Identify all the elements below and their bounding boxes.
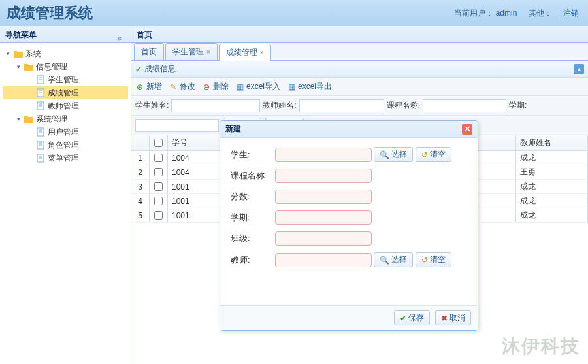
tree-label: 用户管理 xyxy=(48,127,79,138)
tab-home[interactable]: 首页 xyxy=(134,43,164,60)
field-label: 学生: xyxy=(231,149,275,161)
row-checkbox[interactable] xyxy=(154,154,163,162)
cell-rownum: 1 xyxy=(131,151,150,165)
btn-label: 修改 xyxy=(180,81,195,92)
btn-label: 选择 xyxy=(391,254,407,265)
term-input[interactable] xyxy=(135,119,219,132)
tab-label: 首页 xyxy=(141,47,157,56)
clear-teacher-button[interactable]: ↺清空 xyxy=(416,252,451,267)
search-icon: 🔍 xyxy=(380,256,389,265)
cell-teacher: 王勇 xyxy=(516,165,588,179)
col-id[interactable]: 学号 xyxy=(168,135,225,150)
cell-check[interactable] xyxy=(150,180,168,193)
cell-id: 1004 xyxy=(168,151,225,165)
col-check[interactable] xyxy=(150,135,168,150)
close-icon[interactable]: × xyxy=(260,49,264,56)
watermark: 沐伊科技 xyxy=(502,334,580,359)
close-icon[interactable]: × xyxy=(206,48,210,56)
cell-rownum: 5 xyxy=(131,208,150,222)
row-checkbox[interactable] xyxy=(154,168,163,176)
close-icon[interactable]: ✕ xyxy=(462,124,472,135)
filter-label: 课程名称: xyxy=(387,100,420,111)
nav-tree: ▾系统 ▾信息管理 学生管理 成绩管理 教师管理 ▾系统管理 用户管理 角色管理… xyxy=(0,43,131,169)
cell-check[interactable] xyxy=(150,151,168,165)
col-rownum xyxy=(131,135,150,150)
score-field[interactable] xyxy=(275,190,372,204)
course-name-input[interactable] xyxy=(423,99,506,112)
col-teacher[interactable]: 教师姓名 xyxy=(516,135,588,150)
select-student-button[interactable]: 🔍选择 xyxy=(374,147,413,162)
sidebar: 导航菜单 « ▾系统 ▾信息管理 学生管理 成绩管理 教师管理 ▾系统管理 用户… xyxy=(0,26,131,364)
folder-icon xyxy=(24,61,34,72)
clear-student-button[interactable]: ↺清空 xyxy=(416,147,451,162)
cell-rownum: 2 xyxy=(131,165,150,179)
page-icon xyxy=(35,88,46,98)
section-header: ✔ 成绩信息 ▴ xyxy=(131,61,588,78)
edit-button[interactable]: ✎修改 xyxy=(169,81,195,92)
field-label: 教师: xyxy=(231,254,275,266)
tree-node-teacher[interactable]: 教师管理 xyxy=(3,99,128,112)
cancel-button[interactable]: ✖取消 xyxy=(435,310,471,325)
select-teacher-button[interactable]: 🔍选择 xyxy=(374,252,413,267)
delete-button[interactable]: ⊖删除 xyxy=(202,81,229,92)
add-button[interactable]: ⊕新增 xyxy=(135,81,162,92)
tree-label: 成绩管理 xyxy=(48,88,79,99)
tree-node-info[interactable]: ▾信息管理 xyxy=(3,60,128,73)
tree-node-sys-mgmt[interactable]: ▾系统管理 xyxy=(3,112,128,125)
folder-icon xyxy=(13,48,24,59)
current-user-label: 当前用户： xyxy=(454,8,493,18)
teacher-name-input[interactable] xyxy=(299,99,384,112)
tree-node-role-mgmt[interactable]: 角色管理 xyxy=(3,139,128,152)
app-logo: 成绩管理系统 xyxy=(7,3,93,23)
tree-node-grade[interactable]: 成绩管理 xyxy=(3,86,128,99)
cell-id: 1004 xyxy=(168,165,225,179)
term-field[interactable] xyxy=(275,210,372,225)
tree-node-user-mgmt[interactable]: 用户管理 xyxy=(3,125,128,139)
collapse-icon[interactable]: « xyxy=(118,29,128,40)
folder-icon xyxy=(24,114,34,124)
page-icon xyxy=(35,140,46,150)
import-button[interactable]: ▦excel导入 xyxy=(235,81,280,92)
tab-student[interactable]: 学生管理× xyxy=(165,43,218,60)
cell-rownum: 3 xyxy=(131,180,150,193)
tab-strip: 首页 学生管理× 成绩管理× xyxy=(131,43,588,61)
tab-grade[interactable]: 成绩管理× xyxy=(219,44,271,61)
collapse-panel-icon[interactable]: ▴ xyxy=(574,64,584,74)
tree-node-student[interactable]: 学生管理 xyxy=(3,73,128,86)
teacher-field[interactable] xyxy=(275,253,372,267)
sidebar-title-text: 导航菜单 xyxy=(5,30,37,39)
course-field[interactable] xyxy=(275,169,372,183)
row-checkbox[interactable] xyxy=(154,197,163,205)
check-icon: ✔ xyxy=(400,314,406,323)
check-all[interactable] xyxy=(154,139,163,147)
tree-label: 系统 xyxy=(25,48,41,59)
row-checkbox[interactable] xyxy=(154,182,163,191)
row-checkbox[interactable] xyxy=(154,211,163,220)
tree-label: 角色管理 xyxy=(48,140,79,151)
cell-check[interactable] xyxy=(150,165,168,179)
dialog-title-bar[interactable]: 新建 ✕ xyxy=(220,121,478,138)
cell-check[interactable] xyxy=(150,208,168,222)
tab-label: 成绩管理 xyxy=(226,48,257,57)
other-label: 其他： xyxy=(529,8,552,18)
section-title: 成绩信息 xyxy=(144,63,176,74)
page-icon xyxy=(35,101,46,111)
tree-label: 学生管理 xyxy=(48,74,79,86)
btn-label: 删除 xyxy=(213,81,229,92)
tree-node-menu-mgmt[interactable]: 菜单管理 xyxy=(3,152,128,165)
user-link[interactable]: admin xyxy=(496,8,517,18)
student-field[interactable] xyxy=(275,148,372,162)
field-label: 课程名称 xyxy=(231,170,275,182)
btn-label: 保存 xyxy=(408,312,424,323)
tree-node-system[interactable]: ▾系统 xyxy=(3,47,128,60)
student-name-input[interactable] xyxy=(171,99,260,112)
cell-check[interactable] xyxy=(150,194,168,208)
plus-icon: ⊕ xyxy=(135,82,144,91)
save-button[interactable]: ✔保存 xyxy=(394,310,430,325)
class-field[interactable] xyxy=(275,231,372,246)
cell-teacher: 成龙 xyxy=(516,180,588,193)
export-button[interactable]: ▦excel导出 xyxy=(287,81,332,92)
cell-id: 1001 xyxy=(168,194,225,208)
logout-link[interactable]: 注销 xyxy=(563,8,579,18)
minus-icon: ⊖ xyxy=(202,82,211,91)
